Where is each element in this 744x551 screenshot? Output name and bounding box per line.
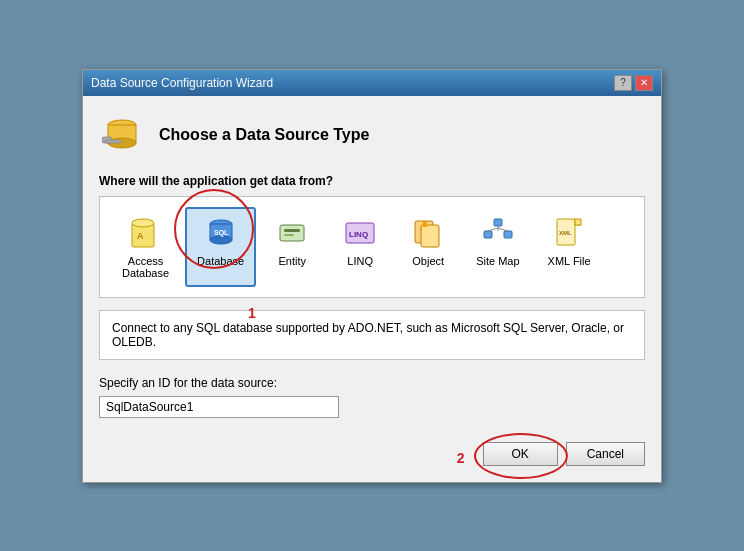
id-section: Specify an ID for the data source: <box>99 376 645 418</box>
datasource-object[interactable]: Object <box>396 207 460 287</box>
wizard-window: Data Source Configuration Wizard ? ✕ Cho… <box>82 69 662 483</box>
svg-rect-20 <box>494 219 502 226</box>
datasource-sitemap[interactable]: Site Map <box>464 207 531 287</box>
svg-rect-14 <box>284 234 294 236</box>
sitemap-icon <box>480 215 516 251</box>
svg-rect-13 <box>284 229 300 232</box>
svg-text:XML: XML <box>559 230 572 236</box>
wizard-icon <box>99 112 145 158</box>
svg-rect-22 <box>504 231 512 238</box>
datasource-database[interactable]: SQL Database <box>185 207 256 287</box>
access-icon: A <box>128 215 164 251</box>
svg-point-6 <box>132 219 154 227</box>
object-icon <box>410 215 446 251</box>
xmlfile-label: XML File <box>548 255 591 267</box>
svg-rect-21 <box>484 231 492 238</box>
title-bar-buttons: ? ✕ <box>614 75 653 91</box>
description-box: Connect to any SQL database supported by… <box>99 310 645 360</box>
svg-text:LINQ: LINQ <box>349 230 368 239</box>
datasource-panel: A AccessDatabase SQL Database <box>99 196 645 298</box>
svg-text:A: A <box>137 231 144 241</box>
entity-label: Entity <box>278 255 306 267</box>
datasource-entity[interactable]: Entity <box>260 207 324 287</box>
description-text: Connect to any SQL database supported by… <box>112 321 624 349</box>
entity-icon <box>274 215 310 251</box>
datasource-access[interactable]: A AccessDatabase <box>110 207 181 287</box>
svg-line-25 <box>498 228 508 231</box>
cancel-button[interactable]: Cancel <box>566 442 645 466</box>
svg-rect-28 <box>575 219 581 225</box>
step1-annotation: 1 <box>248 305 256 321</box>
help-button[interactable]: ? <box>614 75 632 91</box>
svg-rect-12 <box>280 225 304 241</box>
xmlfile-icon: XML <box>551 215 587 251</box>
datasource-linq[interactable]: LINQ LINQ <box>328 207 392 287</box>
page-title: Choose a Data Source Type <box>159 126 369 144</box>
svg-rect-4 <box>105 140 121 143</box>
wizard-content: Choose a Data Source Type Where will the… <box>83 96 661 482</box>
window-title: Data Source Configuration Wizard <box>91 76 273 90</box>
ok-button[interactable]: OK <box>483 442 558 466</box>
linq-icon: LINQ <box>342 215 378 251</box>
svg-point-10 <box>210 236 232 244</box>
svg-text:SQL: SQL <box>214 229 229 237</box>
database-label: Database <box>197 255 244 267</box>
step2-annotation: 2 <box>457 450 465 466</box>
button-row: 2 OK Cancel <box>99 438 645 466</box>
header-section: Choose a Data Source Type <box>99 112 645 158</box>
datasource-xmlfile[interactable]: XML XML File <box>536 207 603 287</box>
object-label: Object <box>412 255 444 267</box>
id-input[interactable] <box>99 396 339 418</box>
sitemap-label: Site Map <box>476 255 519 267</box>
database-icon: SQL <box>203 215 239 251</box>
title-bar: Data Source Configuration Wizard ? ✕ <box>83 70 661 96</box>
linq-label: LINQ <box>347 255 373 267</box>
svg-rect-19 <box>423 221 427 227</box>
section-question: Where will the application get data from… <box>99 174 645 188</box>
access-label: AccessDatabase <box>122 255 169 279</box>
svg-rect-18 <box>421 225 439 247</box>
id-label: Specify an ID for the data source: <box>99 376 645 390</box>
svg-line-24 <box>488 228 498 231</box>
close-button[interactable]: ✕ <box>635 75 653 91</box>
ok-button-wrapper: 2 OK <box>483 442 558 466</box>
